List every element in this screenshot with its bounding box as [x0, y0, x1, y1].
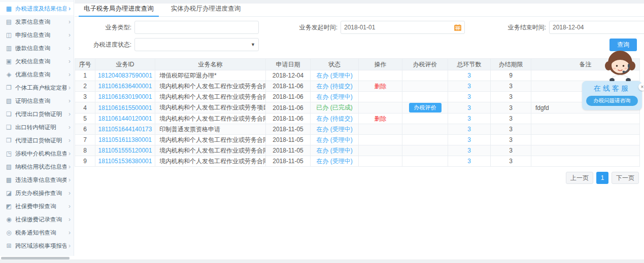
cell-business-name: 境内机构和个人发包工程作业或劳务合同款项支付情况备案: [159, 83, 266, 90]
cell-seq: 9: [83, 158, 87, 165]
sidebar-item-0[interactable]: ▦ 办税进度及结果信息查询 ›: [0, 2, 74, 15]
sidebar-item-10[interactable]: ❒ 代理进口货物证明 ›: [0, 134, 74, 147]
prev-page-button[interactable]: 上一页: [566, 172, 593, 184]
tab-physical-hall-progress[interactable]: 实体办税厅办理进度查询: [166, 3, 246, 16]
total-links-link[interactable]: 3: [467, 136, 471, 143]
chevron-right-icon: ›: [66, 2, 74, 15]
current-page-button[interactable]: 1: [596, 172, 608, 184]
total-links-link[interactable]: 3: [467, 93, 471, 100]
table-row-1: 11812040837590001增值税即征即退办理*2018-12-04在办 …: [75, 70, 640, 81]
business-id-link[interactable]: 1811051536380001: [98, 158, 152, 165]
sidebar-item-label: 欠税信息查询: [15, 55, 66, 68]
tab-bar: 电子税务局办理进度查询 实体办税厅办理进度查询: [75, 4, 644, 17]
chevron-right-icon: ›: [66, 213, 74, 226]
total-links-link[interactable]: 3: [467, 72, 471, 79]
business-type-input[interactable]: [138, 24, 255, 31]
sidebar-item-13[interactable]: ▩ 违法违章信息查询类 ›: [0, 173, 74, 186]
sidebar-item-16[interactable]: ◉ 社保缴费记录查询 ›: [0, 213, 74, 226]
next-page-button[interactable]: 下一页: [612, 172, 639, 184]
progress-status-select[interactable]: ▼: [134, 38, 259, 51]
chevron-right-icon: ›: [66, 134, 74, 147]
business-id-link[interactable]: 1811051644140173: [98, 126, 152, 133]
sidebar-item-18[interactable]: ⊞ 跨区域涉税事项报告查询 ›: [0, 239, 74, 252]
delete-link[interactable]: 删除: [375, 83, 387, 90]
total-links-link[interactable]: 3: [467, 104, 471, 111]
business-id-link[interactable]: 1811061615500001: [98, 104, 152, 111]
column-header-5: 操作: [359, 59, 402, 70]
business-id-link[interactable]: 1812040837590001: [98, 72, 152, 79]
column-header-2: 业务名称: [155, 59, 266, 70]
end-time-input[interactable]: [553, 24, 644, 31]
sidebar-item-label: 代理进口货物证明: [15, 134, 66, 147]
online-service-widget: 在线客服 办税问题请咨询 ×: [582, 49, 642, 110]
sidebar-item-9[interactable]: ❑ 出口转内销证明 ›: [0, 121, 74, 134]
chevron-down-icon[interactable]: ▼: [249, 42, 255, 47]
business-id-link[interactable]: 1811061636400001: [98, 83, 152, 90]
total-links-link[interactable]: 3: [467, 158, 471, 165]
sidebar-item-7[interactable]: ▧ 证明信息查询 ›: [0, 94, 74, 107]
sidebar-item-3[interactable]: ▥ 缴款信息查询 ›: [0, 42, 74, 55]
sidebar-item-14[interactable]: ◪ 历史办税操作查询 ›: [0, 186, 74, 200]
status-badge: 在办 (待提交): [316, 83, 352, 90]
online-service-bubble[interactable]: 在线客服 办税问题请咨询 ×: [582, 81, 642, 110]
sidebar-item-17[interactable]: ◎ 税务通知书查询 ›: [0, 226, 74, 239]
business-id-link[interactable]: 1811061630190001: [98, 93, 152, 100]
cell-apply-date: 2018-11-06: [273, 115, 303, 122]
sidebar-item-6[interactable]: ❐ 个体工商户核定定额信息查询 ›: [0, 81, 74, 94]
chevron-right-icon: ›: [66, 42, 74, 55]
service-agent-avatar[interactable]: [600, 49, 640, 85]
sidebar-item-label: 社保缴费记录查询: [15, 213, 66, 226]
total-links-link[interactable]: 3: [467, 83, 471, 90]
online-service-title[interactable]: 在线客服: [586, 84, 638, 93]
sidebar-item-5[interactable]: ◈ 优惠信息查询 ›: [0, 68, 74, 81]
tax-evaluation-button[interactable]: 办税评价: [409, 103, 442, 112]
social-declare-icon: ◩: [5, 200, 13, 213]
sidebar-item-label: 代理出口货物证明: [15, 107, 66, 121]
business-id-link[interactable]: 1811051611380001: [98, 136, 152, 143]
progress-status-label: 办税进度状态:: [77, 41, 134, 49]
sidebar-item-1[interactable]: ▤ 发票信息查询 ›: [0, 15, 74, 28]
progress-result-icon: ▦: [5, 2, 13, 15]
total-links-link[interactable]: 3: [467, 147, 471, 154]
table-row-3: 31811061630190001境内机构和个人发包工程作业或劳务合同款项支付情…: [75, 92, 640, 102]
total-links-link[interactable]: 3: [467, 126, 471, 133]
cell-seq: 7: [83, 136, 87, 143]
horizontal-scrollbar-track[interactable]: [0, 259, 644, 263]
column-header-7: 总环节数: [448, 59, 491, 70]
delete-link[interactable]: 删除: [375, 115, 387, 122]
tax-question-consult-button[interactable]: 办税问题请咨询: [586, 96, 638, 106]
cell-business-name: 境内机构和个人发包工程作业或劳务合同款项支付情况备案: [159, 147, 266, 154]
results-table-wrap: 序号业务ID业务名称申请日期状态操作办税评价总环节数办结期限备注 1181204…: [75, 58, 644, 167]
close-icon[interactable]: ×: [638, 83, 644, 91]
sidebar-item-label: 社保费申报查询: [15, 200, 66, 213]
tax-notice-icon: ◎: [5, 226, 13, 239]
sidebar-item-label: 历史办税操作查询: [15, 186, 66, 200]
history-operation-icon: ◪: [5, 186, 13, 200]
sidebar-item-label: 个体工商户核定定额信息查询: [15, 81, 66, 94]
payment-info-icon: ▥: [5, 42, 13, 55]
sidebar-item-4[interactable]: ▣ 欠税信息查询 ›: [0, 55, 74, 68]
calendar-icon[interactable]: [454, 24, 461, 31]
top-strip: [75, 0, 644, 4]
tax-arrears-icon: ▣: [5, 55, 13, 68]
credit-status-icon: ▨: [5, 160, 13, 173]
sidebar-item-12[interactable]: ▨ 纳税信用状态信息查询 ›: [0, 160, 74, 173]
sidebar-item-8[interactable]: ❏ 代理出口货物证明 ›: [0, 107, 74, 121]
business-id-link[interactable]: 1811061440120001: [98, 115, 152, 122]
sidebar-item-15[interactable]: ◩ 社保费申报查询 ›: [0, 200, 74, 213]
tab-electronic-bureau-progress[interactable]: 电子税务局办理进度查询: [79, 3, 159, 16]
chevron-right-icon: ›: [66, 15, 74, 28]
start-time-input[interactable]: [344, 24, 454, 31]
sidebar-item-2[interactable]: ◫ 申报信息查询 ›: [0, 28, 74, 42]
cell-remark: fdgfd: [535, 104, 549, 111]
status-badge: 在办 (受理中): [316, 147, 352, 154]
business-id-link[interactable]: 1811051555120001: [98, 147, 152, 154]
cell-seq: 4: [83, 104, 87, 111]
progress-status-value[interactable]: [138, 41, 249, 48]
end-time-label: 业务结束时间:: [491, 23, 549, 32]
cell-seq: 1: [83, 72, 87, 79]
sidebar-item-11[interactable]: ◳ 涉税中介机构信息查询 ›: [0, 147, 74, 160]
agent-import-icon: ❒: [5, 134, 13, 147]
total-links-link[interactable]: 3: [467, 115, 471, 122]
cell-apply-date: 2018-11-05: [273, 126, 303, 133]
